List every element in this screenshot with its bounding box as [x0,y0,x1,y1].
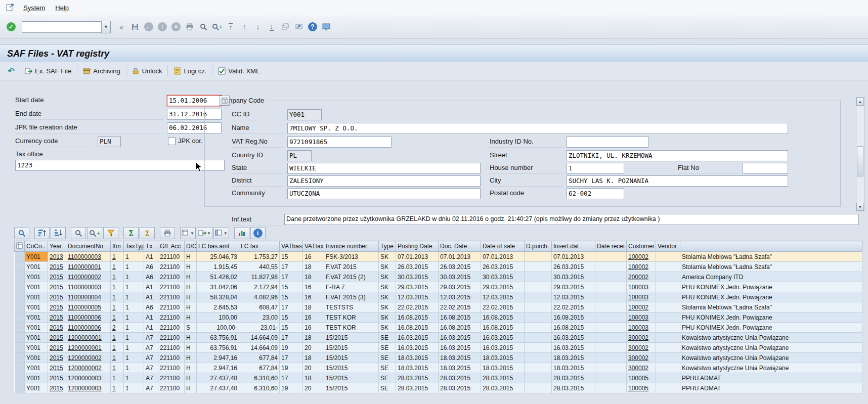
last-page-button[interactable]: ↓ [266,21,278,33]
first-page-button[interactable]: ↑ [225,21,237,33]
cell-customer[interactable]: 300002 [627,353,656,363]
cell-docno[interactable]: 1200000002 [66,363,111,373]
column-header-lcbas[interactable]: LC bas.amt [197,241,239,252]
column-header-coco[interactable]: CoCo.. [25,241,48,252]
column-header-dpurch[interactable]: D.purch. [525,241,552,252]
cell-customer[interactable]: 100002 [627,252,656,262]
row-selector[interactable] [15,373,25,383]
cell-year[interactable]: 2015 [48,282,66,292]
cell-customer[interactable]: 100003 [627,292,656,302]
scroll-up-icon[interactable]: ▲ [856,98,864,106]
cell-year[interactable]: 2015 [48,323,66,333]
column-header-type[interactable]: Type [379,241,396,252]
column-header-customer[interactable]: Customer [627,241,656,252]
cell-customer[interactable]: 100003 [627,312,656,323]
row-selector[interactable] [15,333,25,343]
cell-itm[interactable]: 1 [111,292,124,302]
cell-itm[interactable]: 1 [111,373,124,383]
command-field[interactable] [22,21,101,33]
column-header-vendor[interactable]: Vendor [656,241,680,252]
unlock-button[interactable]: Unlock [128,65,166,77]
column-header-year[interactable]: Year [48,241,66,252]
cell-itm[interactable]: 1 [111,363,124,373]
cell-customer[interactable]: 100002 [627,262,656,272]
row-selector[interactable] [15,262,25,272]
cell-customer[interactable]: 200002 [627,272,656,282]
row-selector[interactable] [15,272,25,282]
column-header-invoice[interactable]: Invoice number [324,241,379,252]
cell-docno[interactable]: 1200000001 [66,343,111,353]
choose-layout-icon[interactable]: ▼ [213,227,229,239]
previous-page-button[interactable]: ↑ [238,21,250,33]
column-header-postdate[interactable]: Posting Date [396,241,439,252]
cell-docno[interactable]: 1100000002 [66,272,111,282]
row-selector[interactable] [15,323,25,333]
scroll-down-icon[interactable]: ▼ [856,203,864,211]
column-header-daterecei[interactable]: Date recei [595,241,627,252]
sum-icon[interactable]: Σ [123,227,139,239]
row-selector[interactable] [15,312,25,323]
column-header-vatbasi[interactable]: VATbasi [280,241,303,252]
cell-docno[interactable]: 1100000004 [66,292,111,302]
cell-year[interactable]: 2015 [48,333,66,343]
cancel-button[interactable]: × [170,21,182,33]
currency-code-field[interactable]: PLN [98,136,121,147]
flat-no-field[interactable] [743,163,788,174]
print-button[interactable] [184,21,196,33]
column-header-docdate[interactable]: Doc. Date [439,241,481,252]
state-field[interactable]: WIELKIE [287,163,481,174]
cell-year[interactable]: 2015 [48,292,66,302]
collapse-button[interactable]: « [115,21,127,33]
column-header-docno[interactable]: DocumentNo [66,241,111,252]
district-field[interactable]: ZALESIONY [287,175,481,187]
command-dropdown-icon[interactable]: ▼ [101,21,111,33]
column-header-saledate[interactable]: Date of sale [481,241,525,252]
column-header-dc[interactable]: D/C [185,241,197,252]
views-icon[interactable]: ▼ [180,227,196,239]
cell-docno[interactable]: 1200000002 [66,353,111,363]
column-header-insertdat[interactable]: Insert.dat [552,241,595,252]
save-button[interactable] [129,21,141,33]
cell-docno[interactable]: 1200000003 [66,383,111,393]
new-session-button[interactable] [279,21,291,33]
valid-xml-button[interactable]: Valid. XML [214,65,264,77]
ex-saf-file-button[interactable]: Ex. SAF File [21,65,75,77]
cell-customer[interactable]: 100003 [627,323,656,333]
scrollbar-thumb[interactable] [857,146,863,176]
street-field[interactable]: ZLOTNIKI, UL. KRZEMOWA [567,150,788,161]
cell-docno[interactable]: 1100000006 [66,323,111,333]
vat-reg-field[interactable]: 9721091865 [287,137,392,148]
cell-year[interactable]: 2015 [48,312,66,323]
undo-icon[interactable]: ↶ [5,65,17,77]
row-selector[interactable] [15,252,25,262]
cell-year[interactable]: 2015 [48,262,66,272]
column-header-taxtyp[interactable]: TaxTyp [124,241,144,252]
cell-year[interactable]: 2015 [48,272,66,282]
filter-icon[interactable] [103,227,118,239]
cell-customer[interactable]: 300002 [627,343,656,353]
help-button[interactable]: ? [307,21,319,33]
inf-text-field[interactable]: Dane przetworzone przez użytkownika GRZE… [284,214,859,225]
cell-docno[interactable]: 1100000003 [66,282,111,292]
tax-office-field[interactable]: 1223 [15,160,225,171]
form-scrollbar[interactable]: ▲ ▼ [856,97,864,211]
company-name-field[interactable]: 7MILOWY SP. Z O.O. [287,123,788,134]
cell-year[interactable]: 2015 [48,383,66,393]
cell-docno[interactable]: 1100000006 [66,312,111,323]
enter-button[interactable]: ✓ [5,21,17,33]
menu-help[interactable]: Help [50,3,74,13]
row-selector[interactable] [15,302,25,312]
cell-docno[interactable]: 1100000005 [66,302,111,312]
cell-itm[interactable]: 2 [111,323,124,333]
info-icon[interactable]: i [250,227,266,239]
details-icon[interactable] [14,227,29,239]
row-selector[interactable] [15,282,25,292]
cell-itm[interactable]: 1 [111,272,124,282]
column-header-vattax[interactable]: VATtax [303,241,324,252]
cell-itm[interactable]: 1 [111,383,124,393]
column-header-itm[interactable]: Itm [111,241,124,252]
cell-year[interactable]: 2015 [48,373,66,383]
cell-customer[interactable]: 300002 [627,363,656,373]
jpk-cor-checkbox[interactable] [168,138,176,145]
find-icon[interactable] [71,227,86,239]
